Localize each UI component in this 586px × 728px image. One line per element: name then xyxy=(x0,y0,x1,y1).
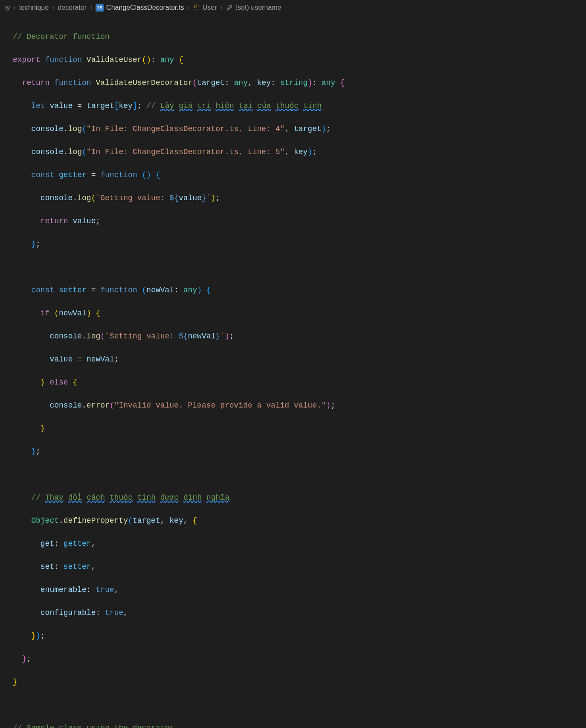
breadcrumb-symbol[interactable]: (set) username xyxy=(226,3,281,13)
breadcrumb: ry › technique › decorator › TS ChangeCl… xyxy=(0,0,586,15)
chevron-right-icon: › xyxy=(90,3,92,13)
chevron-right-icon: › xyxy=(187,3,189,13)
wrench-icon xyxy=(226,4,233,11)
code-editor[interactable]: // Decorator function export function Va… xyxy=(0,15,586,728)
breadcrumb-segment[interactable]: ry xyxy=(4,3,10,13)
breadcrumb-segment[interactable]: technique xyxy=(19,3,49,13)
breadcrumb-file[interactable]: TS ChangeClassDecorator.ts xyxy=(96,3,184,13)
typescript-icon: TS xyxy=(96,4,104,12)
chevron-right-icon: › xyxy=(13,3,15,13)
comment: // Decorator function xyxy=(13,32,110,41)
comment: // Sample class using the decorator xyxy=(13,724,174,728)
chevron-right-icon: › xyxy=(220,3,223,13)
chevron-right-icon: › xyxy=(52,3,54,13)
breadcrumb-segment[interactable]: decorator xyxy=(58,3,87,13)
breadcrumb-symbol[interactable]: User xyxy=(193,3,217,13)
class-icon xyxy=(193,4,200,11)
